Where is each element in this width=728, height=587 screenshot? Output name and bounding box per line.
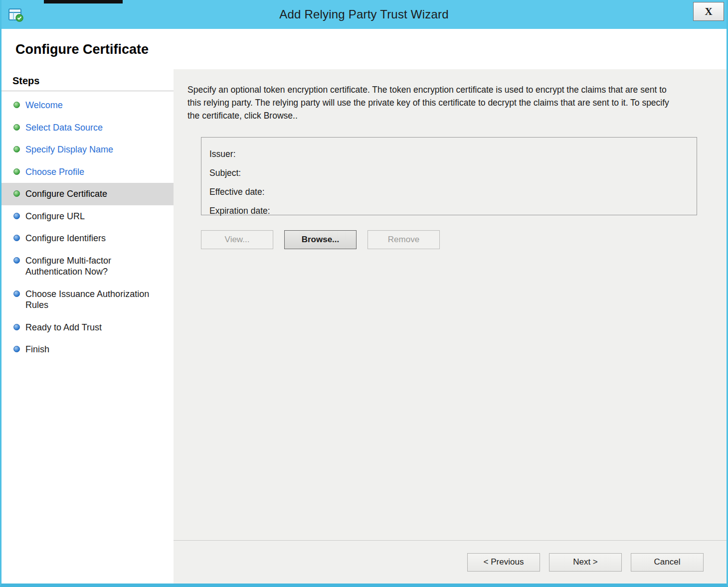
next-button[interactable]: Next > bbox=[549, 553, 622, 572]
background-window-artifact bbox=[44, 0, 123, 3]
page-header: Configure Certificate bbox=[1, 29, 727, 69]
content-area: Specify an optional token encryption cer… bbox=[174, 69, 727, 540]
step-label: Configure URL bbox=[25, 211, 85, 222]
step-label: Specify Display Name bbox=[25, 144, 113, 155]
step-current-icon bbox=[13, 190, 20, 197]
description-text: Specify an optional token encryption cer… bbox=[187, 83, 681, 122]
step-configure-identifiers: Configure Identifiers bbox=[1, 227, 174, 250]
step-complete-icon bbox=[13, 168, 20, 175]
step-welcome[interactable]: Welcome bbox=[1, 94, 174, 117]
step-configure-url: Configure URL bbox=[1, 205, 174, 228]
step-choose-profile[interactable]: Choose Profile bbox=[1, 161, 174, 183]
certificate-actions: View... Browse... Remove bbox=[201, 230, 707, 249]
step-label: Select Data Source bbox=[25, 122, 103, 134]
window-title: Add Relying Party Trust Wizard bbox=[279, 7, 448, 21]
step-configure-certificate: Configure Certificate bbox=[1, 183, 174, 205]
step-pending-icon bbox=[13, 291, 20, 297]
step-ready-to-add-trust: Ready to Add Trust bbox=[1, 316, 174, 339]
step-label: Choose Issuance Authorization Rules bbox=[25, 289, 153, 311]
titlebar[interactable]: Add Relying Party Trust Wizard X bbox=[1, 0, 727, 29]
main-panel: Specify an optional token encryption cer… bbox=[174, 69, 727, 584]
step-pending-icon bbox=[13, 235, 20, 241]
step-configure-multifactor: Configure Multi-factor Authentication No… bbox=[1, 250, 174, 283]
cert-subject-label: Subject: bbox=[209, 163, 689, 182]
step-label: Configure Multi-factor Authentication No… bbox=[25, 255, 153, 278]
step-label: Finish bbox=[25, 344, 49, 355]
certificate-info-box: Issuer: Subject: Effective date: Expirat… bbox=[201, 137, 697, 215]
browse-button[interactable]: Browse... bbox=[284, 230, 357, 249]
remove-button: Remove bbox=[367, 230, 440, 249]
wizard-window: Add Relying Party Trust Wizard X Configu… bbox=[0, 0, 728, 587]
adfs-wizard-icon bbox=[7, 6, 24, 23]
close-button[interactable]: X bbox=[693, 2, 724, 21]
step-complete-icon bbox=[13, 102, 20, 108]
step-pending-icon bbox=[13, 257, 20, 264]
cert-effective-date-label: Effective date: bbox=[209, 182, 689, 201]
step-label: Choose Profile bbox=[25, 166, 84, 178]
step-label: Welcome bbox=[25, 100, 63, 111]
step-specify-display-name[interactable]: Specify Display Name bbox=[1, 139, 174, 161]
view-button: View... bbox=[201, 230, 273, 249]
wizard-footer: < Previous Next > Cancel bbox=[174, 540, 727, 584]
step-pending-icon bbox=[13, 213, 20, 219]
cert-issuer-label: Issuer: bbox=[209, 145, 689, 163]
step-finish: Finish bbox=[1, 338, 174, 361]
steps-heading: Steps bbox=[1, 75, 174, 91]
step-pending-icon bbox=[13, 324, 20, 330]
previous-button[interactable]: < Previous bbox=[467, 553, 540, 572]
step-label: Configure Certificate bbox=[25, 188, 107, 200]
steps-divider bbox=[1, 91, 174, 91]
cert-expiration-date-label: Expiration date: bbox=[209, 201, 689, 220]
step-label: Ready to Add Trust bbox=[25, 322, 102, 333]
cancel-button[interactable]: Cancel bbox=[631, 553, 704, 572]
step-label: Configure Identifiers bbox=[25, 233, 106, 244]
step-complete-icon bbox=[13, 146, 20, 152]
page-title: Configure Certificate bbox=[15, 42, 727, 57]
step-choose-issuance-rules: Choose Issuance Authorization Rules bbox=[1, 283, 174, 316]
steps-list: Welcome Select Data Source Specify Displ… bbox=[1, 94, 174, 361]
step-complete-icon bbox=[13, 124, 20, 131]
step-select-data-source[interactable]: Select Data Source bbox=[1, 117, 174, 139]
step-pending-icon bbox=[13, 346, 20, 352]
steps-sidebar: Steps Welcome Select Data Source Specify… bbox=[1, 69, 174, 584]
